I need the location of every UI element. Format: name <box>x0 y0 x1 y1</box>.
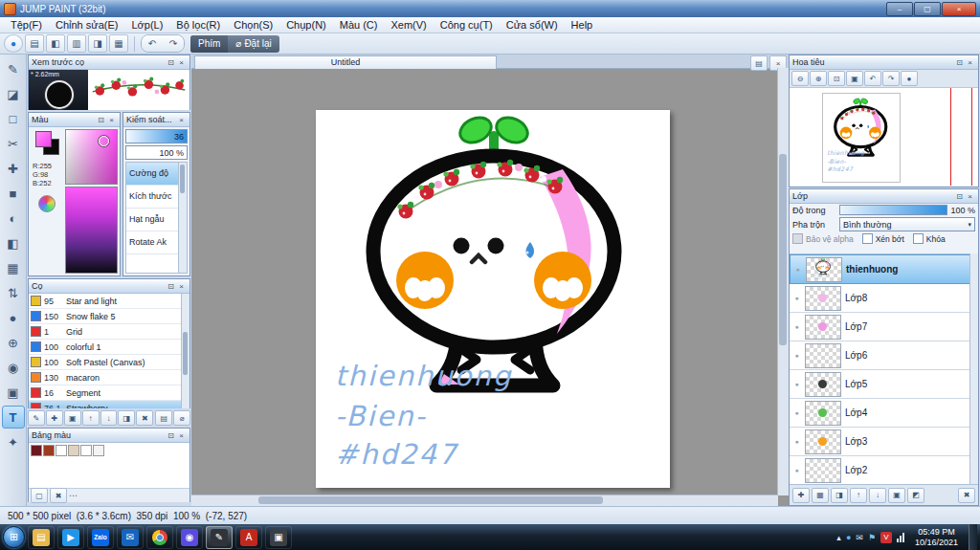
tray-flag-icon[interactable]: ⚑ <box>868 533 876 542</box>
brush-opacity-field[interactable]: 100 % <box>125 145 188 160</box>
drawing-canvas[interactable] <box>316 110 670 488</box>
color-wheel-icon[interactable] <box>38 195 56 212</box>
brush-item[interactable]: 1 Grid <box>29 324 189 340</box>
eye-icon[interactable]: ● <box>792 295 801 301</box>
start-button[interactable]: ⊞ <box>3 526 25 548</box>
tool-shape[interactable]: ◧ <box>2 231 25 254</box>
layer-scrollbar[interactable] <box>969 253 978 484</box>
palette-swatch[interactable] <box>80 445 92 456</box>
collapse-icon[interactable]: ⊡ <box>954 58 965 67</box>
taskbar-zalo[interactable]: Zalo <box>87 526 114 549</box>
tool-effect[interactable]: ✦ <box>2 430 25 453</box>
clear-layer-icon[interactable]: ◩ <box>907 488 924 503</box>
taskbar-media[interactable]: ▶ <box>57 526 84 549</box>
close-icon[interactable]: × <box>176 58 187 67</box>
unikey-icon[interactable]: V <box>880 532 892 543</box>
menu-file[interactable]: Tệp(F) <box>4 18 49 33</box>
menu-tools[interactable]: Công cụ(T) <box>434 18 500 33</box>
saturation-picker[interactable] <box>65 129 118 185</box>
menu-color[interactable]: Màu (C) <box>333 18 385 33</box>
close-icon[interactable]: × <box>176 116 187 124</box>
control-scrollbar[interactable] <box>178 163 187 273</box>
layer-row-selected[interactable]: ● thienhuong <box>790 254 970 284</box>
layer-row[interactable]: ● Lớp2 <box>790 456 970 484</box>
fg-bg-swatches[interactable] <box>35 131 58 154</box>
add-icon[interactable]: ✚ <box>46 410 63 426</box>
zoom-out-icon[interactable]: ⊖ <box>791 71 809 86</box>
remove-swatch-icon[interactable]: ✖ <box>50 488 67 503</box>
tray-mail-icon[interactable]: ✉ <box>856 533 863 542</box>
eye-icon[interactable]: ● <box>793 266 802 273</box>
rotate-left-icon[interactable]: ↶ <box>864 71 881 86</box>
eye-icon[interactable]: ● <box>792 467 801 473</box>
tool-fill[interactable]: ■ <box>2 182 25 205</box>
menu-window[interactable]: Cửa sổ(W) <box>500 18 565 33</box>
export-icon[interactable]: ▤ <box>25 34 44 53</box>
eye-icon[interactable]: ● <box>792 381 801 387</box>
layer-row[interactable]: ● Lớp4 <box>790 399 970 428</box>
move-up-icon[interactable]: ↑ <box>82 410 100 426</box>
tool-eyedropper[interactable]: ◉ <box>2 356 25 379</box>
taskbar-mail[interactable]: ✉ <box>117 526 144 549</box>
edit-icon[interactable]: ◨ <box>118 410 135 426</box>
brush-list-scrollbar[interactable] <box>181 294 189 408</box>
rotate-right-icon[interactable]: ↷ <box>882 71 900 86</box>
new-folder-icon[interactable]: ▦ <box>812 488 829 503</box>
navigator-thumbnail[interactable] <box>822 93 901 183</box>
menu-select[interactable]: Chọn(S) <box>227 18 279 33</box>
collapse-icon[interactable]: ⊡ <box>96 116 106 124</box>
canvas-vscrollbar[interactable] <box>777 68 789 495</box>
tool-mesh[interactable]: ▦ <box>2 256 25 279</box>
list-view-icon[interactable]: ▤ <box>155 410 172 426</box>
tool-brush[interactable]: ✎ <box>2 57 25 80</box>
tray-expand-icon[interactable]: ▴ <box>836 533 841 542</box>
layer-row[interactable]: ● Lớp6 <box>790 341 970 370</box>
menu-help[interactable]: Help <box>565 18 600 33</box>
maximize-button[interactable]: ▢ <box>914 2 941 16</box>
menu-edit[interactable]: Chỉnh sửa(E) <box>49 18 124 33</box>
duplicate-icon[interactable]: ▣ <box>64 410 81 426</box>
fg-color-swatch[interactable] <box>35 131 52 147</box>
brush-item[interactable]: 100 Soft Pastel (Canvas) <box>29 355 189 370</box>
tool-transform[interactable]: ⇅ <box>2 281 25 304</box>
close-button[interactable]: × <box>942 2 976 16</box>
eye-icon[interactable]: ● <box>792 438 801 445</box>
grid-view-icon[interactable]: ▦ <box>109 34 128 53</box>
tool-panel[interactable]: ▣ <box>2 381 25 404</box>
brush-item[interactable]: 130 macaron <box>29 370 189 385</box>
alpha-protect-checkbox[interactable] <box>792 233 803 244</box>
fit-view-icon[interactable]: ⊡ <box>828 71 845 86</box>
palette-swatch[interactable] <box>93 445 104 456</box>
collapse-icon[interactable]: ⊡ <box>166 431 176 440</box>
menu-snap[interactable]: Chụp(N) <box>279 18 333 33</box>
zoom-in-icon[interactable]: ⊕ <box>810 71 827 86</box>
reset-view-icon[interactable]: ● <box>901 71 918 86</box>
document-tab[interactable]: Untitled <box>194 55 497 69</box>
duplicate-layer-icon[interactable]: ◨ <box>831 488 848 503</box>
color-picker-marker[interactable] <box>99 136 109 146</box>
brush-item[interactable]: 95 Star and light <box>29 294 189 309</box>
collapse-icon[interactable]: ⊡ <box>166 282 176 291</box>
collapse-icon[interactable]: ⊡ <box>166 58 176 67</box>
brush-item[interactable]: 150 Snow flake 5 <box>29 309 189 324</box>
delete-icon[interactable]: ✖ <box>136 410 153 426</box>
split-view-icon[interactable]: ◨ <box>88 34 107 53</box>
undo-button[interactable]: ↶ <box>142 35 163 52</box>
menu-layer[interactable]: Lớp(L) <box>124 18 169 33</box>
show-desktop-button[interactable] <box>969 524 977 550</box>
taskbar-chrome[interactable] <box>146 526 173 549</box>
tool-gradient[interactable]: ◐ <box>2 207 25 230</box>
tray-status-icon[interactable]: ● <box>846 533 851 542</box>
merge-layer-icon[interactable]: ▣ <box>888 488 905 503</box>
layer-down-icon[interactable]: ↓ <box>869 488 886 503</box>
layer-row[interactable]: ● Lớp8 <box>790 284 970 313</box>
eye-icon[interactable]: ● <box>792 323 801 330</box>
close-icon[interactable]: × <box>106 116 117 124</box>
brush-item[interactable]: 16 Segment <box>29 385 189 401</box>
tool-move[interactable]: ✚ <box>2 157 25 180</box>
tool-dot-pen[interactable]: ● <box>2 306 25 329</box>
layer-row[interactable]: ● Lớp3 <box>790 428 970 456</box>
eye-icon[interactable]: ● <box>792 352 801 359</box>
layer-row[interactable]: ● Lớp5 <box>790 370 970 399</box>
redo-button[interactable]: ↷ <box>163 35 184 52</box>
